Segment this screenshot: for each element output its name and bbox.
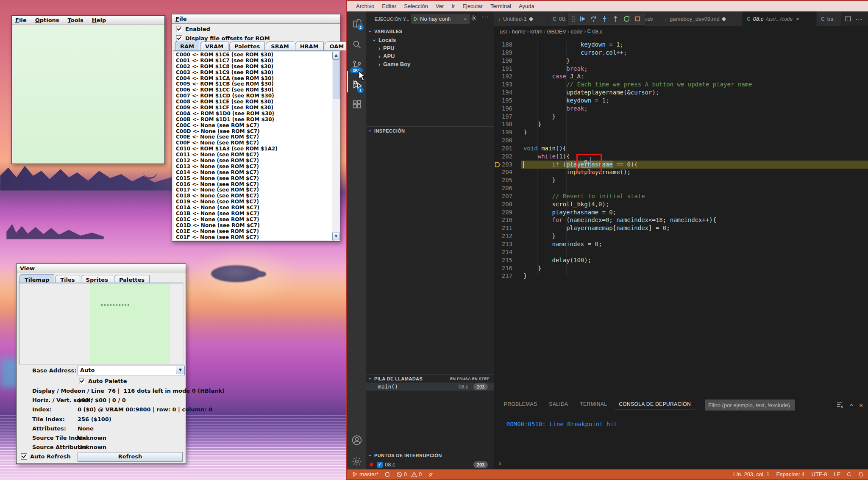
menu-options[interactable]: Options	[35, 17, 59, 23]
code-line-191[interactable]: 191 break;	[494, 65, 868, 73]
code-line-210[interactable]: 210 for (nameindex=0; nameindex<=18; nam…	[494, 216, 868, 224]
line-number[interactable]: 189	[494, 49, 512, 57]
debug-config-dropdown[interactable]: No hay confi ›	[411, 14, 470, 24]
memory-row[interactable]: C008 <- ROM $1CE (see ROM $30)	[176, 99, 333, 105]
step-into-icon[interactable]	[601, 15, 608, 22]
console-prompt[interactable]: ›	[499, 460, 501, 467]
vscode-menu-ayuda[interactable]: Ayuda	[515, 3, 538, 9]
language-indicator[interactable]: C	[847, 471, 851, 477]
close-icon[interactable]: ×	[796, 16, 799, 22]
memory-row[interactable]: C011 <- None (see ROM $C7)	[176, 152, 333, 158]
code-line-205[interactable]: 205 }	[494, 176, 868, 184]
memory-row[interactable]: C00D <- None (see ROM $C7)	[176, 129, 333, 135]
memory-row[interactable]: C018 <- None (see ROM $C7)	[176, 193, 333, 199]
modified-dot-icon[interactable]	[722, 17, 726, 21]
code-line-215[interactable]: 215 delay(100);	[494, 256, 868, 264]
line-number[interactable]: 192	[494, 72, 512, 80]
vscode-menu-archivo[interactable]: Archivo	[352, 3, 378, 9]
step-over-icon[interactable]	[590, 15, 597, 22]
line-number[interactable]: 208	[494, 200, 512, 208]
line-number[interactable]: 207	[494, 192, 512, 200]
encoding-indicator[interactable]: UTF-8	[812, 471, 827, 477]
memory-row[interactable]: C01C <- None (see ROM $C7)	[176, 217, 333, 223]
panel-tab-terminal[interactable]: TERMINAL	[576, 400, 611, 410]
memory-row[interactable]: C00B <- ROM $1D1 (see ROM $30)	[176, 117, 333, 123]
code-line-202[interactable]: 202 while(1){	[494, 153, 868, 161]
variables-item-apu[interactable]: ›APU	[366, 52, 494, 60]
clear-console-icon[interactable]	[836, 402, 843, 408]
memory-row[interactable]: C012 <- None (see ROM $C7)	[176, 158, 333, 164]
problems-status[interactable]: 0 0	[396, 471, 422, 477]
code-line-207[interactable]: 207 // Revert to initial state	[494, 192, 868, 200]
memory-row[interactable]: C004 <- ROM $1CA (see ROM $30)	[176, 76, 333, 82]
breadcrumb-item[interactable]: kr0m	[530, 28, 542, 35]
code-line-209[interactable]: 209 playerhasname = 0;	[494, 208, 868, 216]
breadcrumb-item[interactable]: usr	[500, 28, 507, 35]
explorer-icon[interactable]: 2	[347, 15, 366, 32]
panel-tab-problemas[interactable]: PROBLEMAS	[500, 400, 541, 410]
breadcrumb-item[interactable]: GBDEV	[547, 28, 567, 35]
refresh-button[interactable]: Refresh	[78, 452, 183, 462]
maximize-panel-icon[interactable]: ›	[847, 403, 855, 407]
drag-handle-icon[interactable]	[572, 16, 575, 22]
code-line-189[interactable]: 189 cursor.col++;	[494, 49, 868, 57]
line-number[interactable]: 214	[494, 248, 512, 256]
memory-row[interactable]: C015 <- None (see ROM $C7)	[176, 176, 333, 182]
line-number[interactable]: 217	[494, 272, 512, 280]
menu-help[interactable]: Help	[92, 17, 106, 23]
memory-row[interactable]: C017 <- None (see ROM $C7)	[176, 187, 333, 193]
breakpoint-row[interactable]: ✓ 08.c 203	[366, 461, 494, 469]
code-line-192[interactable]: 192 case J_A:	[494, 72, 868, 80]
memory-row[interactable]: C01E <- None (see ROM $C7)	[176, 229, 333, 235]
stack-frame-row[interactable]: main() 08.c 203	[366, 383, 494, 391]
vscode-menu-ejecutar[interactable]: Ejecutar	[459, 3, 487, 9]
auto-refresh-checkbox[interactable]	[21, 453, 27, 460]
vscode-menu-ver[interactable]: Ver	[432, 3, 448, 9]
line-number[interactable]: 199	[494, 128, 512, 136]
line-number[interactable]: 211	[494, 224, 512, 232]
panel-tab-consola-de-depuración[interactable]: CONSOLA DE DEPURACIÓN	[615, 400, 695, 410]
stop-icon[interactable]	[634, 15, 641, 22]
code-line-194[interactable]: 194 updateplayername(&cursor);	[494, 89, 868, 97]
line-number[interactable]: 213	[494, 240, 512, 248]
step-out-icon[interactable]	[612, 15, 619, 22]
memory-row[interactable]: C009 <- ROM $1CF (see ROM $30)	[176, 105, 333, 111]
memory-row[interactable]: C01F <- None (see ROM $C7)	[176, 235, 333, 241]
variables-item-game-boy[interactable]: ›Game Boy	[366, 60, 494, 68]
line-number[interactable]: 188	[494, 41, 512, 49]
line-col-indicator[interactable]: Lín. 203, col. 1	[733, 471, 769, 477]
settings-gear-icon[interactable]	[347, 453, 366, 470]
auto-refresh-row[interactable]: Auto Refresh	[21, 453, 71, 460]
line-number[interactable]: 200	[494, 136, 512, 144]
memory-row[interactable]: C01B <- None (see ROM $C7)	[176, 211, 333, 217]
line-number[interactable]: 203	[494, 161, 512, 169]
breakpoint-checkbox[interactable]: ✓	[377, 462, 383, 468]
line-number[interactable]: 191	[494, 65, 512, 73]
memory-row[interactable]: C010 <- ROM $1A3 (see ROM $1A2)	[176, 146, 333, 152]
memory-row[interactable]: C005 <- ROM $1CB (see ROM $30)	[176, 81, 333, 87]
line-number[interactable]: 196	[494, 105, 512, 113]
sync-status[interactable]	[384, 472, 390, 477]
watch-section-header[interactable]: › INSPECCIÓN	[366, 126, 494, 135]
line-number[interactable]: 215	[494, 256, 512, 264]
code-line-201[interactable]: 201void main(){	[494, 144, 868, 153]
memory-scrollbar[interactable]: ▲ ▼	[332, 52, 339, 240]
code-line-193[interactable]: 193 // Each time we press A button we up…	[494, 80, 868, 89]
menu-file[interactable]: File	[175, 16, 187, 22]
console-filter-input[interactable]	[705, 400, 795, 411]
memory-tab-oam[interactable]: OAM	[325, 42, 349, 50]
eol-indicator[interactable]: LF	[834, 471, 840, 477]
enabled-checkbox-row[interactable]: Enabled	[176, 26, 210, 32]
enabled-checkbox[interactable]	[176, 26, 182, 32]
modified-dot-icon[interactable]	[529, 17, 533, 21]
memory-row[interactable]: C003 <- ROM $1C9 (see ROM $30)	[176, 70, 333, 76]
debug-session-status[interactable]	[428, 472, 434, 477]
code-line-204[interactable]: 204 inputplayername();	[494, 168, 868, 176]
breakpoints-section-header[interactable]: › PUNTOS DE INTERRUPCIÓN	[366, 451, 494, 459]
line-number[interactable]: 201	[494, 144, 512, 153]
debug-settings-gear-icon[interactable]	[470, 15, 477, 21]
memory-row[interactable]: C00F <- None (see ROM $C7)	[176, 140, 333, 146]
continue-icon[interactable]	[579, 15, 586, 22]
line-number[interactable]: 194	[494, 89, 512, 97]
code-editor[interactable]: 188 keydown = 1;189 cursor.col++;190 }19…	[494, 36, 868, 396]
